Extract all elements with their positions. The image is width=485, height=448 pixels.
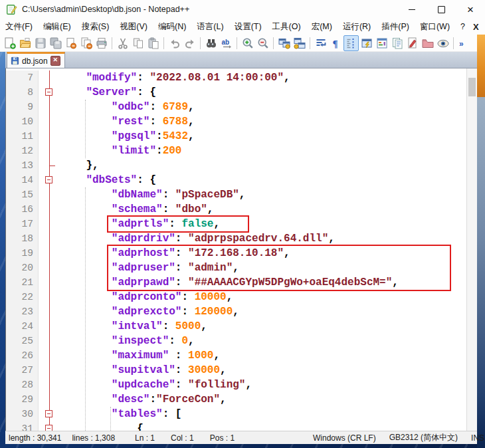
menu-item[interactable]: 编码(N)	[153, 19, 191, 35]
document-map-button[interactable]	[374, 35, 389, 51]
fold-margin[interactable]	[39, 407, 60, 421]
open-file-button[interactable]	[17, 35, 33, 51]
menu-item[interactable]: 窗口(W)	[415, 19, 455, 35]
fold-margin[interactable]	[39, 129, 60, 144]
new-file-button[interactable]	[2, 35, 17, 51]
maximize-button[interactable]	[427, 0, 456, 19]
fold-margin[interactable]	[39, 304, 60, 319]
cut-button[interactable]	[115, 35, 130, 51]
fold-collapse-icon[interactable]	[45, 88, 52, 96]
sync-vertical-button[interactable]	[276, 35, 292, 51]
line-number[interactable]: 12	[6, 144, 39, 158]
line-number[interactable]: 7	[6, 70, 39, 85]
menubar-close-button[interactable]: X	[470, 22, 482, 32]
line-number[interactable]: 24	[6, 319, 39, 334]
menu-item[interactable]: 运行(R)	[338, 19, 376, 35]
menu-item[interactable]: 文件(F)	[0, 19, 38, 35]
line-number[interactable]: 23	[6, 304, 39, 319]
save-button[interactable]	[33, 35, 48, 51]
fold-margin[interactable]	[39, 275, 60, 290]
fold-margin[interactable]	[39, 378, 60, 392]
line-number[interactable]: 9	[6, 100, 39, 114]
line-number[interactable]: 26	[6, 348, 39, 363]
fold-margin[interactable]	[39, 334, 60, 348]
fold-collapse-icon[interactable]	[45, 176, 52, 183]
fold-margin[interactable]	[39, 363, 60, 378]
line-number[interactable]: 28	[6, 378, 39, 392]
fold-collapse-icon[interactable]	[45, 410, 52, 417]
redo-button[interactable]	[182, 35, 197, 51]
monitoring-button[interactable]	[435, 35, 450, 51]
menu-item[interactable]: 语言(L)	[191, 19, 229, 35]
folder-as-workspace-button[interactable]	[420, 35, 435, 51]
save-all-button[interactable]	[48, 35, 63, 51]
line-number[interactable]: 22	[6, 290, 39, 304]
print-button[interactable]	[94, 35, 109, 51]
fold-margin[interactable]	[39, 231, 60, 246]
line-number[interactable]: 18	[6, 231, 39, 246]
paste-button[interactable]	[146, 35, 161, 51]
line-number[interactable]: 17	[6, 217, 39, 231]
tab-close-icon[interactable]: ✕	[50, 56, 60, 66]
line-number[interactable]: 31	[6, 421, 39, 431]
menu-item[interactable]: 工具(O)	[267, 19, 306, 35]
shortcut-mapper-button[interactable]	[359, 35, 374, 51]
line-number[interactable]: 11	[6, 129, 39, 144]
fold-margin[interactable]	[39, 100, 60, 114]
fold-margin[interactable]	[39, 202, 60, 217]
show-indent-guide-button[interactable]	[343, 35, 359, 51]
close-button[interactable]	[63, 35, 78, 51]
line-number[interactable]: 30	[6, 407, 39, 421]
menu-item[interactable]: 视图(V)	[114, 19, 153, 35]
word-wrap-button[interactable]	[313, 35, 328, 51]
menu-item[interactable]: ?	[455, 20, 470, 33]
line-number[interactable]: 25	[6, 334, 39, 348]
editor-area[interactable]: 7 "modify": "2022.08.01 14:00:00",8 "Ser…	[5, 68, 477, 431]
line-number[interactable]: 8	[6, 85, 39, 100]
fold-margin[interactable]	[39, 85, 60, 100]
line-number[interactable]: 14	[6, 173, 39, 187]
document-list-button[interactable]	[389, 35, 405, 51]
show-all-characters-button[interactable]: ¶	[328, 35, 343, 51]
fold-margin[interactable]	[39, 144, 60, 158]
line-number[interactable]: 15	[6, 187, 39, 202]
macro-record-button[interactable]	[405, 35, 420, 51]
zoom-in-button[interactable]	[240, 35, 255, 51]
line-number[interactable]: 19	[6, 246, 39, 261]
line-number[interactable]: 10	[6, 114, 39, 129]
menu-item[interactable]: 搜索(S)	[76, 19, 115, 35]
toolbar-overflow-button[interactable]: »	[456, 35, 472, 51]
fold-margin[interactable]	[39, 290, 60, 304]
find-button[interactable]	[203, 35, 219, 51]
menu-item[interactable]: 宏(M)	[306, 19, 338, 35]
fold-margin[interactable]	[39, 319, 60, 334]
close-all-button[interactable]	[78, 35, 94, 51]
tab-db-json[interactable]: db.json ✕	[7, 52, 65, 68]
fold-margin[interactable]	[39, 246, 60, 261]
line-number[interactable]: 29	[6, 392, 39, 407]
line-number[interactable]: 27	[6, 363, 39, 378]
line-number[interactable]: 21	[6, 275, 39, 290]
minimize-button[interactable]	[397, 0, 427, 19]
sync-horizontal-button[interactable]	[292, 35, 307, 51]
fold-margin[interactable]	[39, 217, 60, 231]
fold-margin[interactable]	[39, 173, 60, 187]
replace-button[interactable]: ab	[219, 35, 234, 51]
undo-button[interactable]	[167, 35, 182, 51]
menu-item[interactable]: 编辑(E)	[38, 19, 76, 35]
fold-margin[interactable]	[39, 187, 60, 202]
zoom-out-button[interactable]	[255, 35, 270, 51]
menu-item[interactable]: 设置(T)	[229, 19, 267, 35]
fold-margin[interactable]	[39, 421, 60, 431]
line-number[interactable]: 13	[6, 158, 39, 173]
fold-margin[interactable]	[39, 70, 60, 85]
line-number[interactable]: 16	[6, 202, 39, 217]
copy-button[interactable]	[130, 35, 146, 51]
fold-margin[interactable]	[39, 348, 60, 363]
fold-margin[interactable]	[39, 261, 60, 275]
fold-margin[interactable]	[39, 114, 60, 129]
fold-margin[interactable]	[39, 392, 60, 407]
vertical-scrollbar[interactable]	[466, 68, 477, 431]
menu-item[interactable]: 插件(P)	[376, 19, 415, 35]
scrollbar-thumb[interactable]	[468, 78, 476, 96]
